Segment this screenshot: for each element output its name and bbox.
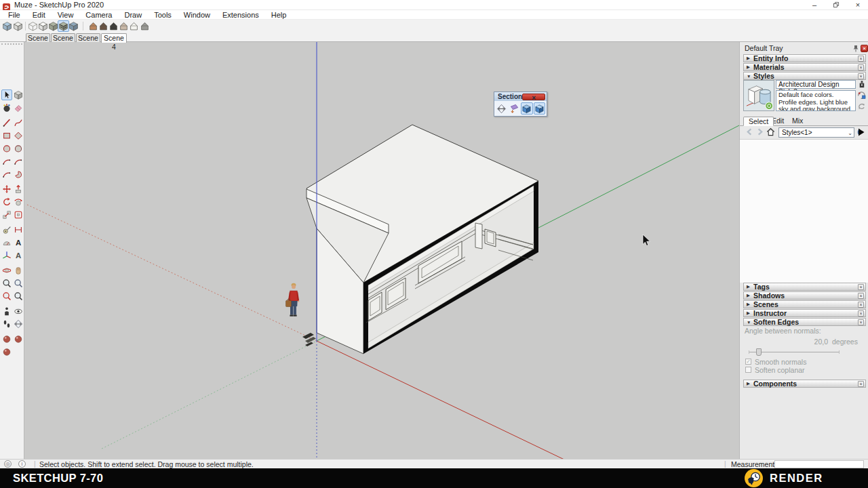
update-style-icon[interactable] [857,91,867,100]
section-close-icon[interactable]: × [858,381,864,387]
expand-arrow-icon[interactable]: ▶ [747,64,753,70]
menu-edit[interactable]: Edit [26,10,52,20]
modeling-canvas[interactable]: Section × [24,42,739,459]
tray-section-instructor[interactable]: ▶ Instructor × [743,309,866,317]
walk-icon[interactable] [1,319,12,329]
refresh-styles-icon[interactable] [857,102,867,111]
expand-arrow-icon[interactable]: ▶ [747,381,753,386]
tray-title-bar[interactable]: Default Tray × [740,43,868,53]
details-arrow-icon[interactable] [856,127,866,137]
tray-section-styles[interactable]: ▼ Styles × [743,72,866,80]
axes-icon[interactable] [1,250,12,261]
menu-extensions[interactable]: Extensions [216,10,265,20]
section-close-icon[interactable]: × [858,302,864,308]
credits-info-icon[interactable]: i [18,460,26,468]
display-section-fill-icon[interactable] [1,346,12,357]
follow-me-icon[interactable] [13,197,24,207]
tab-scene-3[interactable]: Scene 3 [76,33,100,42]
section-floating-toolbar[interactable]: Section × [494,92,547,117]
menu-window[interactable]: Window [178,10,216,20]
menu-help[interactable]: Help [265,10,293,20]
circle-icon[interactable] [1,143,12,154]
position-camera-icon[interactable] [1,306,12,317]
tray-section-entity-info[interactable]: ▶ Entity Info × [743,54,866,62]
section-close-icon[interactable]: × [858,293,864,299]
section-close-icon[interactable]: × [858,310,864,317]
pie-icon[interactable] [13,169,24,180]
arc-icon[interactable] [1,156,12,167]
menu-view[interactable]: View [52,10,80,20]
section-close-icon[interactable]: × [858,319,864,325]
zoom-extents-icon[interactable] [1,291,12,302]
orbit-icon[interactable] [1,265,12,276]
polygon-icon[interactable] [13,143,24,154]
display-section-cuts-icon[interactable] [13,333,24,344]
display-section-cuts-icon[interactable] [521,102,533,115]
back-edges-icon[interactable] [12,20,24,32]
expand-arrow-icon[interactable]: ▶ [747,293,753,298]
tab-scene-4[interactable]: Scene 4 [101,33,127,43]
section-close-icon[interactable]: × [858,73,864,79]
section-close-icon[interactable]: × [858,284,864,290]
menu-camera[interactable]: Camera [79,10,118,20]
dimensions-icon[interactable] [13,224,24,235]
display-section-planes-icon[interactable] [1,333,12,344]
tray-section-tags[interactable]: ▶ Tags × [743,283,866,291]
push-pull-icon[interactable] [13,184,24,195]
protractor-icon[interactable] [1,237,12,248]
offset-icon[interactable] [13,209,24,220]
styles-list-area[interactable] [740,139,868,283]
angle-slider-track[interactable] [749,352,840,352]
styles-tab-select[interactable]: Select [743,117,774,126]
eraser-icon[interactable] [13,102,24,113]
x-ray-mode-icon[interactable] [1,20,13,32]
style-description-field[interactable]: Default face colors. Profile edges. Ligh… [776,90,856,111]
zoom-icon[interactable] [1,278,12,289]
geolocation-icon[interactable]: ◎ [4,460,12,468]
zoom-previous-icon[interactable] [13,291,24,302]
move-icon[interactable] [1,184,12,195]
section-close-icon[interactable]: × [522,94,545,100]
menu-file[interactable]: File [2,10,26,20]
tray-section-scenes[interactable]: ▶ Scenes × [743,300,866,308]
tape-measure-icon[interactable] [1,224,12,235]
tab-scene-2[interactable]: Scene 2 [51,33,75,42]
expand-arrow-icon[interactable]: ▶ [747,302,753,307]
restore-button[interactable] [826,0,846,10]
line-icon[interactable] [1,117,12,128]
smooth-normals-checkbox[interactable]: ✓ [745,359,751,365]
section-toolbar-titlebar[interactable]: Section × [494,92,547,101]
styles-tab-mix[interactable]: Mix [787,117,808,126]
home-icon[interactable] [766,127,775,136]
tray-section-materials[interactable]: ▶ Materials × [743,63,866,71]
forward-arrow-icon[interactable] [756,128,764,136]
back-view-icon[interactable] [128,20,140,32]
tray-section-components[interactable]: ▶ Components × [743,380,866,388]
back-arrow-icon[interactable] [746,128,754,136]
styles-collection-dropdown[interactable]: Styles<1> ⌄ [778,127,854,138]
expand-arrow-icon[interactable]: ▶ [747,56,753,61]
monochrome-icon[interactable] [68,20,79,32]
style-name-field[interactable]: Architectural Design Style3 [776,80,856,89]
expand-arrow-icon[interactable]: ▶ [747,284,753,289]
rectangle-icon[interactable] [1,130,12,141]
left-view-icon[interactable] [139,20,151,32]
display-section-fill-icon[interactable] [534,102,546,115]
toolbar-drag-handle[interactable] [1,43,22,45]
menu-draw[interactable]: Draw [118,10,148,20]
menu-tools[interactable]: Tools [148,10,178,20]
rotated-rectangle-icon[interactable] [13,130,24,141]
section-plane-icon[interactable] [13,319,24,329]
close-button[interactable]: × [848,0,868,10]
tab-scene-1[interactable]: Scene 1 [26,33,50,42]
soften-coplanar-checkbox[interactable]: ✓ [745,367,751,373]
three-point-arc-icon[interactable] [1,169,12,180]
tray-section-shadows[interactable]: ▶ Shadows × [743,291,866,300]
select-icon[interactable] [1,89,12,100]
pan-icon[interactable] [13,265,24,276]
display-section-planes-icon[interactable] [509,102,521,115]
collapse-arrow-icon[interactable]: ▼ [747,320,753,325]
text-icon[interactable]: A [13,237,24,248]
3d-text-icon[interactable]: A [13,250,24,261]
scale-icon[interactable] [1,209,12,220]
